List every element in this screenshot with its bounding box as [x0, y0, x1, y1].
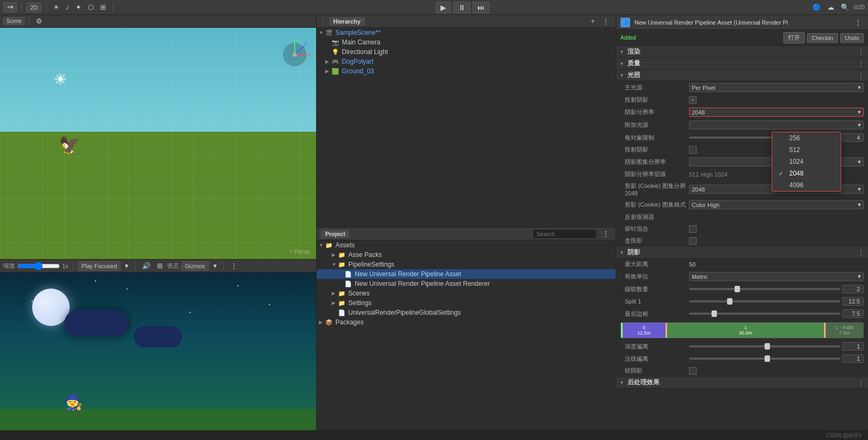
additional-light-label: 附加光源 [625, 121, 689, 129]
scene-tab[interactable]: Scene [3, 17, 25, 25]
lighting-menu-icon[interactable]: ⋮ [857, 71, 865, 80]
toolbar-light-btn[interactable]: ☀ [51, 2, 62, 12]
pipeline-icon: 📁 [338, 261, 347, 268]
dropdown-item-256[interactable]: 256 [772, 132, 841, 144]
split1-thumb[interactable] [727, 298, 732, 305]
lighting-section-header[interactable]: ▼ 光照 ⋮ [616, 70, 868, 81]
packages-folder[interactable]: ▶ 📦 Packages [317, 317, 616, 327]
soft-shadows-checkbox[interactable] [689, 367, 697, 375]
game-audio-icon[interactable]: 🔊 [140, 261, 153, 271]
inspector-header-menu[interactable]: ⋮ [852, 17, 864, 27]
hierarchy-menu-icon[interactable]: ⋮ [600, 16, 611, 26]
ground-item[interactable]: ▶ 🟩 Ground_03 [317, 66, 616, 76]
settings-folder[interactable]: ▶ 📁 Settings [317, 298, 616, 308]
shadow-resolution-dropdown-overlay: 256 512 1024 ✓ 2048 4096 [772, 132, 841, 192]
cookie-atlas-fmt-dropdown[interactable]: Color High ▾ [689, 200, 864, 209]
normal-bias-thumb[interactable] [765, 355, 770, 362]
quality-menu-icon[interactable]: ⋮ [857, 59, 865, 68]
game-cloud-1 [64, 310, 129, 337]
cloud-btn[interactable]: ☁ [825, 2, 836, 12]
main-camera-item[interactable]: 📷 Main Camera [317, 37, 616, 47]
fps-label: ⊙20 [854, 4, 865, 11]
dropdown-4096-label: 4096 [789, 181, 804, 189]
game-gizmos-btn[interactable]: Gizmos [181, 261, 208, 271]
pause-button[interactable]: ⏸ [453, 2, 470, 13]
working-unit-chevron: ▾ [858, 273, 861, 280]
toolbar-plus-btn[interactable]: +▾ [3, 2, 17, 12]
main-light-dropdown[interactable]: Per Pixel ▾ [689, 83, 864, 92]
additional-light-row: 附加光源 ▾ [616, 119, 868, 132]
scenes-folder[interactable]: ▶ 📁 Scenes [317, 289, 616, 298]
asse-packs-item[interactable]: ▶ 📁 Asse Packs [317, 250, 616, 260]
depth-bias-thumb[interactable] [765, 343, 770, 350]
hierarchy-tab[interactable]: Hierarchy [329, 17, 365, 26]
shadow-menu-icon[interactable]: ⋮ [857, 248, 865, 257]
scene-root-item[interactable]: ▼ 🎬 SampleScene* [317, 28, 616, 37]
game-more-icon[interactable]: ⋮ [228, 261, 240, 271]
toolbar-audio-btn[interactable]: ♪ [64, 2, 72, 12]
play-button[interactable]: ▶ [436, 2, 451, 13]
rendering-section-header[interactable]: ▼ 渲染 ⋮ [616, 46, 868, 58]
additional-light-dropdown[interactable]: ▾ [689, 120, 864, 130]
open-btn[interactable]: 打开 [783, 32, 805, 43]
depth-bias-slider[interactable] [689, 345, 840, 347]
post-processing-menu-icon[interactable]: ⋮ [857, 378, 865, 387]
game-gizmos-arrow[interactable]: ▾ [211, 261, 219, 271]
box-projection-checkbox[interactable] [689, 237, 697, 245]
toolbar-grid-btn[interactable]: ⊞ [98, 2, 108, 12]
cast-shadows-checkbox[interactable]: ✓ [689, 96, 697, 104]
step-button[interactable]: ⏭ [473, 2, 490, 13]
checkin-btn[interactable]: Checkin [807, 33, 838, 43]
shadow-section-header[interactable]: ▼ 阴影 ⋮ [616, 247, 868, 259]
search-icon-btn[interactable]: 🔍 [839, 2, 851, 12]
working-unit-dropdown[interactable]: Metric ▾ [689, 272, 864, 281]
cascade-count-slider[interactable] [689, 288, 840, 290]
post-processing-section-header[interactable]: ▼ 后处理效果 ⋮ [616, 377, 868, 389]
cast-shadows-2-checkbox[interactable] [689, 146, 697, 154]
scene-grid-overlay [0, 28, 316, 259]
undo-btn[interactable]: Undo [840, 33, 864, 43]
collab-btn[interactable]: 🔵 [810, 2, 823, 12]
project-tab[interactable]: Project [321, 230, 349, 238]
svg-point-7 [293, 52, 297, 57]
dropdown-item-1024[interactable]: 1024 [772, 156, 841, 168]
shadow-resolution-dropdown[interactable]: 2048 ▾ [689, 108, 864, 117]
game-view: 缩放 1x Play Focused ▾ 🔊 ⊞ 状态 Gizmos ▾ ⋮ [0, 259, 316, 430]
directional-light-item[interactable]: 💡 Directional Light [317, 47, 616, 57]
quality-section-header[interactable]: ▼ 质量 ⋮ [616, 58, 868, 70]
dropdown-item-512[interactable]: 512 [772, 144, 841, 156]
cascade-count-thumb[interactable] [735, 286, 740, 292]
pipeline-settings-item[interactable]: ▼ 📁 PipelineSettings [317, 260, 616, 269]
project-search-input[interactable] [533, 229, 597, 239]
normal-bias-slider[interactable] [689, 358, 840, 360]
last-border-slider[interactable] [689, 313, 840, 315]
last-border-thumb[interactable] [712, 310, 717, 317]
urp-renderer-item[interactable]: 📄 New Universal Render Pipeline Asset Re… [317, 279, 616, 289]
probe-mixing-checkbox[interactable] [689, 225, 697, 233]
assets-folder[interactable]: ▼ 📁 Assets [317, 240, 616, 250]
scene-toolbar: Scene ⚙ [0, 15, 316, 28]
main-light-row: 主光源 Per Pixel ▾ [616, 81, 868, 94]
normal-bias-row: 法线偏离 1 [616, 353, 868, 365]
toolbar-scene-btn[interactable]: ⬡ [86, 2, 96, 12]
scene-settings-icon[interactable]: ⚙ [34, 16, 44, 26]
toolbar-2d-btn[interactable]: 2D [26, 3, 41, 12]
cascade-seg-0: 0 12.5m [623, 323, 665, 338]
project-menu-icon[interactable]: ⋮ [600, 229, 611, 239]
dropdown-item-2048[interactable]: ✓ 2048 [772, 168, 841, 179]
urp-asset-item[interactable]: 📄 New Universal Render Pipeline Asset [317, 269, 616, 279]
urp-global-settings-item[interactable]: 📄 UniversalRenderPipelineGlobalSettings [317, 308, 616, 317]
hierarchy-plus-icon[interactable]: + [588, 16, 597, 26]
split1-slider[interactable] [689, 300, 840, 302]
play-focused-arrow[interactable]: ▾ [123, 261, 131, 271]
shadow-resolution-chevron: ▾ [858, 109, 861, 116]
dropdown-item-4096[interactable]: 4096 [772, 179, 841, 191]
zoom-slider[interactable] [17, 262, 60, 270]
global-icon: 📄 [338, 309, 347, 316]
toolbar-fx-btn[interactable]: ✦ [73, 2, 84, 12]
rendering-menu-icon[interactable]: ⋮ [857, 48, 865, 56]
dog-polyart-item[interactable]: ▶ 🎮 DogPolyart [317, 57, 616, 66]
play-focused-btn[interactable]: Play Focused [78, 261, 121, 271]
inspector-asset-icon: 🔷 [620, 18, 630, 27]
game-stats-icon[interactable]: ⊞ [155, 261, 165, 271]
